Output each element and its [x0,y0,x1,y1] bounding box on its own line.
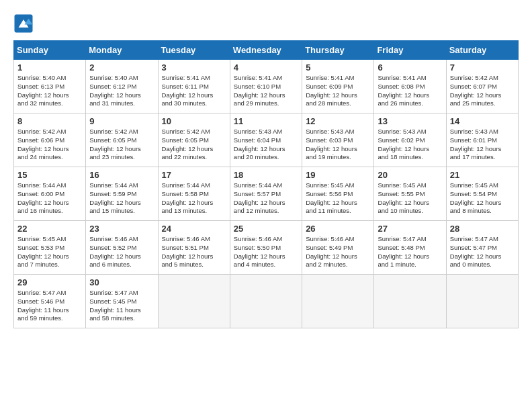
calendar-row-3: 22Sunrise: 5:45 AM Sunset: 5:53 PM Dayli… [14,221,519,275]
cell-info: Sunrise: 5:46 AM Sunset: 5:51 PM Dayligh… [162,235,226,269]
calendar-cell: 19Sunrise: 5:45 AM Sunset: 5:56 PM Dayli… [302,167,374,221]
day-number: 5 [306,62,370,73]
calendar-cell: 14Sunrise: 5:43 AM Sunset: 6:01 PM Dayli… [446,113,518,167]
cell-info: Sunrise: 5:43 AM Sunset: 6:01 PM Dayligh… [450,128,515,162]
cell-info: Sunrise: 5:42 AM Sunset: 6:07 PM Dayligh… [450,74,515,108]
col-header-friday: Friday [374,41,446,60]
cell-info: Sunrise: 5:41 AM Sunset: 6:08 PM Dayligh… [378,74,442,108]
day-number: 25 [234,224,298,234]
col-header-tuesday: Tuesday [158,41,230,60]
cell-info: Sunrise: 5:47 AM Sunset: 5:45 PM Dayligh… [89,289,154,323]
day-number: 17 [162,170,226,180]
day-number: 28 [450,224,515,234]
calendar-body: 1Sunrise: 5:40 AM Sunset: 6:13 PM Daylig… [14,60,519,328]
cell-info: Sunrise: 5:45 AM Sunset: 5:56 PM Dayligh… [306,181,370,216]
calendar-cell [230,275,302,328]
day-number: 10 [162,116,226,126]
cell-info: Sunrise: 5:42 AM Sunset: 6:05 PM Dayligh… [162,128,226,162]
calendar-cell: 25Sunrise: 5:46 AM Sunset: 5:50 PM Dayli… [230,221,302,275]
calendar-cell: 5Sunrise: 5:41 AM Sunset: 6:09 PM Daylig… [302,60,374,113]
calendar-cell: 28Sunrise: 5:47 AM Sunset: 5:47 PM Dayli… [446,221,518,275]
cell-info: Sunrise: 5:43 AM Sunset: 6:04 PM Dayligh… [234,128,298,162]
calendar-row-4: 29Sunrise: 5:47 AM Sunset: 5:46 PM Dayli… [14,275,519,328]
calendar-cell: 4Sunrise: 5:41 AM Sunset: 6:10 PM Daylig… [230,60,302,113]
col-header-wednesday: Wednesday [230,41,302,60]
day-number: 1 [17,62,82,73]
calendar-cell: 13Sunrise: 5:43 AM Sunset: 6:02 PM Dayli… [374,113,446,167]
day-number: 19 [306,170,370,180]
cell-info: Sunrise: 5:41 AM Sunset: 6:09 PM Dayligh… [306,74,370,108]
calendar-cell: 15Sunrise: 5:44 AM Sunset: 6:00 PM Dayli… [14,167,86,221]
cell-info: Sunrise: 5:45 AM Sunset: 5:54 PM Dayligh… [450,181,515,216]
day-number: 22 [17,224,82,234]
day-number: 4 [234,62,298,73]
cell-info: Sunrise: 5:40 AM Sunset: 6:13 PM Dayligh… [17,74,82,108]
cell-info: Sunrise: 5:45 AM Sunset: 5:55 PM Dayligh… [378,181,442,216]
col-header-thursday: Thursday [302,41,374,60]
day-number: 11 [234,116,298,126]
calendar-cell: 26Sunrise: 5:46 AM Sunset: 5:49 PM Dayli… [302,221,374,275]
cell-info: Sunrise: 5:44 AM Sunset: 6:00 PM Dayligh… [17,181,82,216]
day-number: 30 [89,277,154,287]
day-number: 12 [306,116,370,126]
page-header [13,13,519,34]
calendar-cell: 3Sunrise: 5:41 AM Sunset: 6:11 PM Daylig… [158,60,230,113]
cell-info: Sunrise: 5:40 AM Sunset: 6:12 PM Dayligh… [89,74,154,108]
calendar-cell: 30Sunrise: 5:47 AM Sunset: 5:45 PM Dayli… [86,275,158,328]
day-number: 27 [378,224,442,234]
day-number: 23 [89,224,154,234]
cell-info: Sunrise: 5:47 AM Sunset: 5:46 PM Dayligh… [17,289,82,323]
day-number: 7 [450,62,515,73]
calendar-row-2: 15Sunrise: 5:44 AM Sunset: 6:00 PM Dayli… [14,167,519,221]
cell-info: Sunrise: 5:41 AM Sunset: 6:10 PM Dayligh… [234,74,298,108]
calendar-cell: 1Sunrise: 5:40 AM Sunset: 6:13 PM Daylig… [14,60,86,113]
cell-info: Sunrise: 5:42 AM Sunset: 6:06 PM Dayligh… [17,128,82,162]
cell-info: Sunrise: 5:46 AM Sunset: 5:50 PM Dayligh… [234,235,298,269]
calendar-header-row: SundayMondayTuesdayWednesdayThursdayFrid… [14,41,519,60]
cell-info: Sunrise: 5:44 AM Sunset: 5:58 PM Dayligh… [162,181,226,216]
cell-info: Sunrise: 5:46 AM Sunset: 5:52 PM Dayligh… [89,235,154,269]
col-header-saturday: Saturday [446,41,518,60]
calendar-cell: 6Sunrise: 5:41 AM Sunset: 6:08 PM Daylig… [374,60,446,113]
calendar-cell: 22Sunrise: 5:45 AM Sunset: 5:53 PM Dayli… [14,221,86,275]
calendar-table: SundayMondayTuesdayWednesdayThursdayFrid… [13,40,519,328]
calendar-cell: 12Sunrise: 5:43 AM Sunset: 6:03 PM Dayli… [302,113,374,167]
calendar-row-1: 8Sunrise: 5:42 AM Sunset: 6:06 PM Daylig… [14,113,519,167]
day-number: 26 [306,224,370,234]
cell-info: Sunrise: 5:42 AM Sunset: 6:05 PM Dayligh… [89,128,154,162]
calendar-cell: 18Sunrise: 5:44 AM Sunset: 5:57 PM Dayli… [230,167,302,221]
day-number: 15 [17,170,82,180]
day-number: 16 [89,170,154,180]
calendar-cell: 16Sunrise: 5:44 AM Sunset: 5:59 PM Dayli… [86,167,158,221]
cell-info: Sunrise: 5:47 AM Sunset: 5:47 PM Dayligh… [450,235,515,269]
calendar-cell: 8Sunrise: 5:42 AM Sunset: 6:06 PM Daylig… [14,113,86,167]
day-number: 18 [234,170,298,180]
calendar-cell: 24Sunrise: 5:46 AM Sunset: 5:51 PM Dayli… [158,221,230,275]
day-number: 2 [89,62,154,73]
calendar-cell [374,275,446,328]
col-header-sunday: Sunday [14,41,86,60]
day-number: 3 [162,62,226,73]
logo [13,13,36,34]
cell-info: Sunrise: 5:47 AM Sunset: 5:48 PM Dayligh… [378,235,442,269]
day-number: 8 [17,116,82,126]
day-number: 24 [162,224,226,234]
calendar-cell: 11Sunrise: 5:43 AM Sunset: 6:04 PM Dayli… [230,113,302,167]
calendar-cell [158,275,230,328]
day-number: 13 [378,116,442,126]
day-number: 14 [450,116,515,126]
day-number: 29 [17,277,82,287]
day-number: 21 [450,170,515,180]
day-number: 9 [89,116,154,126]
cell-info: Sunrise: 5:43 AM Sunset: 6:03 PM Dayligh… [306,128,370,162]
cell-info: Sunrise: 5:46 AM Sunset: 5:49 PM Dayligh… [306,235,370,269]
calendar-cell [446,275,518,328]
calendar-cell: 27Sunrise: 5:47 AM Sunset: 5:48 PM Dayli… [374,221,446,275]
calendar-cell: 23Sunrise: 5:46 AM Sunset: 5:52 PM Dayli… [86,221,158,275]
cell-info: Sunrise: 5:45 AM Sunset: 5:53 PM Dayligh… [17,235,82,269]
calendar-row-0: 1Sunrise: 5:40 AM Sunset: 6:13 PM Daylig… [14,60,519,113]
calendar-cell: 29Sunrise: 5:47 AM Sunset: 5:46 PM Dayli… [14,275,86,328]
logo-icon [13,13,34,34]
calendar-cell: 10Sunrise: 5:42 AM Sunset: 6:05 PM Dayli… [158,113,230,167]
cell-info: Sunrise: 5:41 AM Sunset: 6:11 PM Dayligh… [162,74,226,108]
